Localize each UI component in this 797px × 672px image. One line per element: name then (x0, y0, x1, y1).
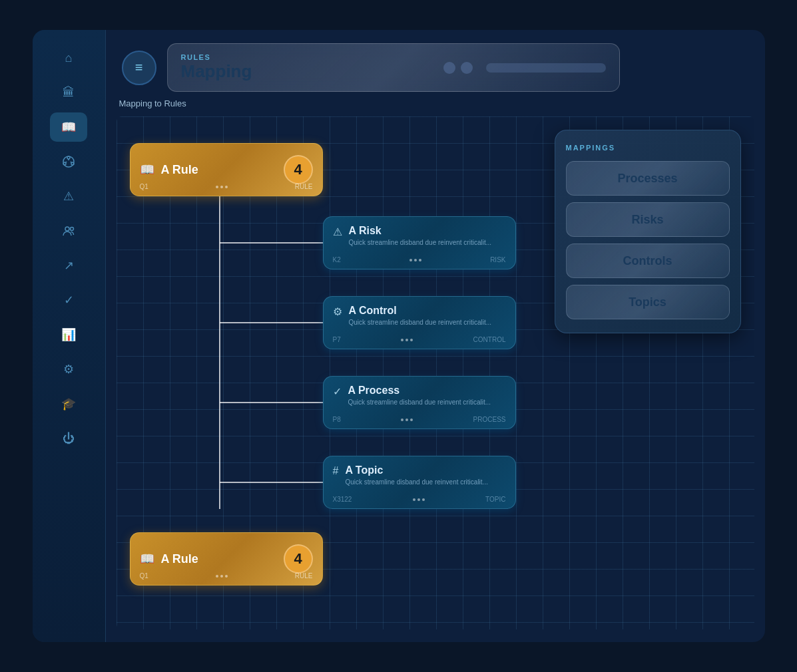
control-type: CONTROL (473, 336, 506, 343)
sidebar-item-users[interactable] (50, 216, 87, 246)
mapping-controls-label: Controls (623, 254, 672, 268)
dot-2 (461, 62, 473, 74)
risk-title: A Risk (349, 225, 506, 237)
svg-point-3 (63, 162, 66, 165)
svg-line-5 (71, 162, 72, 163)
svg-point-1 (67, 156, 70, 159)
topic-card[interactable]: # A Topic Quick streamline disband due r… (323, 456, 516, 509)
sidebar-item-tasks[interactable]: ✓ (50, 285, 87, 315)
rule-badge-2: 4 (284, 544, 313, 574)
risk-desc: Quick streamline disband due reinvent cr… (349, 239, 506, 246)
rule-footer-1: Q1 RULE (140, 183, 313, 190)
sidebar-item-alerts[interactable]: ⚠ (50, 182, 87, 211)
section-label: Mapping to Rules (117, 98, 754, 108)
dot-1 (443, 62, 455, 74)
control-content: A Control Quick streamline disband due r… (349, 305, 506, 326)
topic-footer: X3122 TOPIC (333, 496, 506, 503)
process-code: P8 (333, 416, 341, 423)
rule-icon-2: 📖 (140, 552, 154, 566)
control-card[interactable]: ⚙ A Control Quick streamline disband due… (323, 296, 516, 349)
risk-card[interactable]: ⚠ A Risk Quick streamline disband due re… (323, 216, 516, 269)
rule-code-1: Q1 (140, 183, 148, 190)
mapping-topics-label: Topics (629, 295, 666, 309)
mapping-processes-label: Processes (617, 172, 677, 186)
process-footer: P8 PROCESS (333, 416, 506, 423)
header-area: ≡ RULES Mapping (106, 30, 765, 98)
header-section-label: RULES (181, 53, 430, 61)
control-dots (401, 339, 413, 341)
rule-title-2: A Rule (161, 552, 277, 566)
sidebar-item-charts[interactable]: 📊 (50, 320, 87, 349)
risk-type: RISK (490, 256, 505, 263)
control-desc: Quick streamline disband due reinvent cr… (349, 319, 506, 326)
risk-dots (409, 259, 421, 261)
risk-content: A Risk Quick streamline disband due rein… (349, 225, 506, 246)
sidebar-item-power[interactable]: ⏻ (50, 424, 87, 453)
rule-icon-1: 📖 (140, 162, 154, 177)
process-type: PROCESS (473, 416, 506, 423)
rule-code-2: Q1 (140, 572, 148, 580)
process-dots (401, 419, 413, 421)
rule-card-2[interactable]: 📖 A Rule 4 Q1 RULE (130, 532, 323, 586)
sidebar: ⌂ 🏛 📖 ⚠ ↗ ✓ 📊 ⚙ 🎓 (33, 30, 106, 642)
sidebar-item-export[interactable]: ↗ (50, 251, 87, 280)
sidebar-item-bank[interactable]: 🏛 (50, 78, 87, 107)
topic-content: A Topic Quick streamline disband due rei… (345, 464, 505, 486)
app-container: ⌂ 🏛 📖 ⚠ ↗ ✓ 📊 ⚙ 🎓 (33, 30, 765, 642)
topic-desc: Quick streamline disband due reinvent cr… (345, 478, 505, 486)
svg-line-6 (66, 162, 67, 163)
sidebar-item-settings[interactable]: ⚙ (50, 355, 87, 384)
control-footer: P7 CONTROL (333, 336, 506, 343)
process-icon: ✓ (333, 385, 342, 398)
rule-dots-1 (216, 186, 228, 188)
rule-type-2: RULE (295, 572, 313, 580)
rule-footer-2: Q1 RULE (140, 572, 313, 580)
rule-badge-1: 4 (284, 155, 313, 184)
svg-point-7 (65, 227, 69, 231)
header-card: RULES Mapping (167, 43, 620, 92)
menu-icon: ≡ (135, 60, 143, 75)
rule-card-1[interactable]: 📖 A Rule 4 Q1 RULE (130, 143, 323, 196)
topic-dots (413, 498, 425, 501)
header-bar (486, 63, 606, 73)
process-content: A Process Quick streamline disband due r… (348, 385, 506, 406)
sidebar-item-home[interactable]: ⌂ (50, 43, 87, 73)
header-dots (443, 62, 473, 74)
header-text: RULES Mapping (181, 53, 430, 82)
control-code: P7 (333, 336, 341, 343)
mapping-item-risks[interactable]: Risks (566, 202, 730, 237)
sidebar-item-network[interactable] (50, 147, 87, 176)
topic-code: X3122 (333, 496, 352, 503)
topic-type: TOPIC (485, 496, 505, 503)
process-title: A Process (348, 385, 506, 397)
control-icon: ⚙ (333, 305, 342, 318)
risk-code: K2 (333, 256, 341, 263)
sidebar-item-rules[interactable]: 📖 (50, 112, 87, 142)
sidebar-item-graduation[interactable]: 🎓 (50, 389, 87, 419)
mapping-item-topics[interactable]: Topics (566, 285, 730, 319)
topic-title: A Topic (345, 464, 505, 476)
mapping-item-controls[interactable]: Controls (566, 244, 730, 278)
main-content: ≡ RULES Mapping Mapping to Rules (106, 30, 765, 642)
rule-dots-2 (216, 575, 228, 578)
grid-canvas: 📖 A Rule 4 Q1 RULE ⚠ (117, 116, 754, 629)
mappings-label: MAPPINGS (566, 144, 730, 152)
menu-button[interactable]: ≡ (122, 51, 156, 85)
mapping-item-processes[interactable]: Processes (566, 161, 730, 196)
process-desc: Quick streamline disband due reinvent cr… (348, 399, 506, 406)
mapping-risks-label: Risks (631, 213, 663, 227)
svg-point-8 (71, 228, 74, 231)
header-title: Mapping (181, 61, 430, 82)
grid-area: Mapping to Rules 📖 A Rule 4 (117, 98, 754, 631)
risk-footer: K2 RISK (333, 256, 506, 263)
mappings-panel: MAPPINGS Processes Risks Controls Topics (555, 130, 741, 333)
rule-title-1: A Rule (161, 163, 277, 177)
risk-icon: ⚠ (333, 226, 342, 238)
control-title: A Control (349, 305, 506, 317)
topic-icon: # (333, 465, 339, 477)
rule-type-1: RULE (295, 183, 313, 190)
svg-point-2 (71, 162, 74, 165)
process-card[interactable]: ✓ A Process Quick streamline disband due… (323, 376, 516, 429)
